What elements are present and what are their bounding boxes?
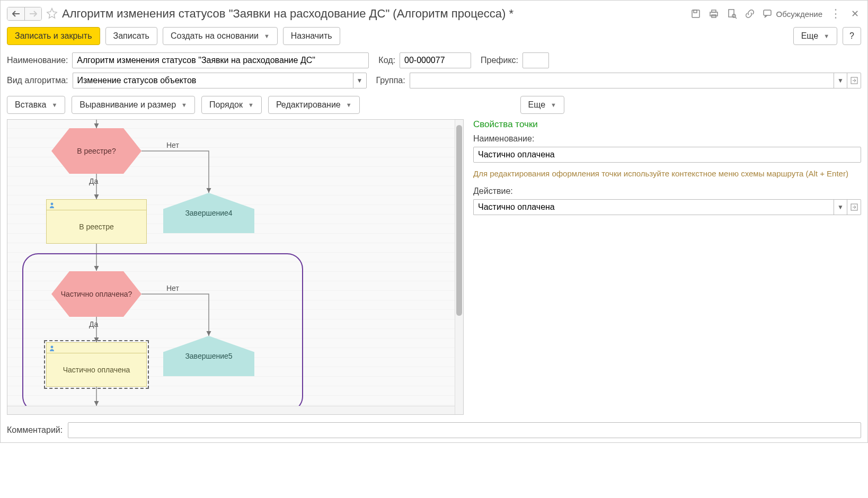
- link-icon[interactable]: [745, 8, 755, 19]
- close-button[interactable]: ✕: [849, 8, 861, 20]
- svg-rect-0: [692, 10, 699, 17]
- horizontal-scrollbar[interactable]: [7, 406, 455, 414]
- action-open-button[interactable]: [847, 199, 861, 215]
- search-doc-icon[interactable]: [727, 8, 737, 19]
- diagram-end-4[interactable]: Завершение4: [163, 193, 254, 233]
- algo-type-input[interactable]: [73, 73, 353, 88]
- svg-point-16: [51, 345, 54, 348]
- svg-rect-2: [710, 12, 718, 16]
- svg-rect-3: [712, 10, 716, 12]
- caret-down-icon: ▼: [51, 102, 57, 108]
- align-size-button[interactable]: Выравнивание и размер▼: [72, 96, 195, 114]
- group-input[interactable]: [410, 73, 834, 88]
- caret-down-icon: ▼: [346, 102, 352, 108]
- save-icon[interactable]: [690, 8, 701, 19]
- svg-rect-5: [729, 10, 734, 17]
- code-input[interactable]: [400, 52, 471, 68]
- properties-title: Свойства точки: [473, 119, 861, 130]
- algo-type-label: Вид алгоритма:: [7, 76, 68, 85]
- action-dropdown-button[interactable]: ▼: [834, 199, 847, 215]
- point-name-label: Наименование:: [473, 134, 861, 144]
- algo-type-dropdown-button[interactable]: ▼: [353, 73, 367, 88]
- diagram-end-5[interactable]: Завершение5: [163, 336, 254, 376]
- caret-down-icon: ▼: [248, 102, 254, 108]
- caret-down-icon: ▼: [181, 102, 187, 108]
- diagram-task-partially-paid[interactable]: Частично оплачена: [46, 342, 147, 387]
- kebab-menu-icon[interactable]: ⋮: [830, 7, 842, 21]
- properties-hint: Для редактирования оформления точки испо…: [473, 168, 861, 179]
- user-icon: [49, 202, 55, 208]
- nav-forward-button[interactable]: [24, 7, 41, 20]
- action-input[interactable]: [473, 199, 834, 215]
- prefix-label: Префикс:: [481, 56, 518, 65]
- name-input[interactable]: [72, 52, 369, 68]
- favorite-star-icon[interactable]: [46, 7, 58, 21]
- create-based-on-button[interactable]: Создать на основании▼: [163, 27, 278, 45]
- order-button[interactable]: Порядок▼: [201, 96, 262, 114]
- nav-buttons: [7, 7, 42, 21]
- caret-down-icon: ▼: [264, 33, 270, 39]
- svg-rect-1: [694, 10, 697, 13]
- edge-label-yes-2: Да: [89, 320, 98, 328]
- more-button[interactable]: Еще▼: [793, 27, 837, 45]
- save-button[interactable]: Записать: [105, 27, 157, 45]
- svg-point-15: [51, 202, 54, 205]
- discussion-button[interactable]: Обсуждение: [763, 8, 822, 19]
- print-icon[interactable]: [708, 8, 719, 19]
- diagram-decision-partially-paid[interactable]: Частично оплачена?: [51, 271, 141, 317]
- comment-label: Комментарий:: [7, 425, 63, 435]
- caret-down-icon: ▼: [823, 33, 829, 39]
- group-label: Группа:: [376, 76, 405, 85]
- code-label: Код:: [378, 56, 395, 65]
- diagram-task-in-registry[interactable]: В реестре: [46, 199, 147, 244]
- edge-label-no-1: Нет: [166, 141, 179, 149]
- discussion-label: Обсуждение: [776, 10, 822, 19]
- caret-down-icon: ▼: [551, 102, 556, 108]
- comment-input[interactable]: [68, 422, 861, 438]
- window-title: Алгоритм изменения статусов "Заявки на р…: [62, 7, 686, 21]
- point-name-input[interactable]: [473, 147, 861, 163]
- diagram-decision-in-registry[interactable]: В реестре?: [51, 128, 141, 174]
- diagram-canvas[interactable]: В реестре? Да Нет В реестре Завершение4 …: [7, 119, 464, 415]
- help-button[interactable]: ?: [843, 27, 861, 45]
- vertical-scrollbar[interactable]: [455, 120, 463, 414]
- group-dropdown-button[interactable]: ▼: [834, 73, 847, 88]
- insert-button[interactable]: Вставка▼: [7, 96, 65, 114]
- group-open-button[interactable]: [847, 73, 861, 88]
- svg-line-7: [735, 17, 737, 19]
- diagram-group-box: [22, 253, 303, 412]
- user-icon: [49, 345, 55, 351]
- svg-rect-8: [764, 10, 771, 15]
- edge-label-yes-1: Да: [89, 177, 98, 185]
- prefix-input[interactable]: [522, 52, 549, 68]
- edge-label-no-2: Нет: [166, 284, 179, 292]
- editing-button[interactable]: Редактирование▼: [268, 96, 360, 114]
- nav-back-button[interactable]: [7, 7, 24, 20]
- properties-panel: Свойства точки Наименование: Для редакти…: [464, 119, 861, 415]
- assign-button[interactable]: Назначить: [283, 27, 340, 45]
- action-label: Действие:: [473, 186, 861, 196]
- diagram-more-button[interactable]: Еще▼: [520, 96, 564, 114]
- save-and-close-button[interactable]: Записать и закрыть: [7, 27, 100, 45]
- name-label: Наименование:: [7, 56, 68, 65]
